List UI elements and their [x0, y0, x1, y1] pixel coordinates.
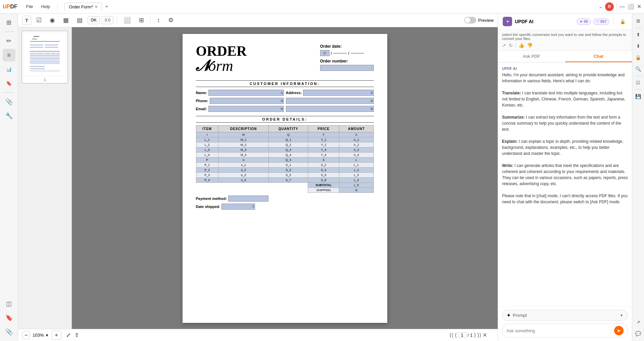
name-input[interactable]: :1 [208, 90, 284, 96]
address2-input[interactable]: :4 [286, 98, 374, 104]
sidebar-btn-bookmarks2[interactable]: 🔖 [3, 77, 15, 90]
cell-qty-1[interactable]: Q_1 [269, 137, 308, 142]
cell-item-5[interactable]: P [196, 158, 218, 163]
ai-thumbdown-btn[interactable]: 👎 [527, 43, 533, 48]
toolbar-align-btn[interactable]: ⬜ [120, 15, 134, 26]
sidebar-btn-spreadsheet[interactable]: 📊 [3, 63, 15, 76]
cell-desc-1[interactable]: M_1 [218, 137, 268, 142]
cell-item-9[interactable]: P_4 [196, 178, 218, 183]
sidebar-btn-edit[interactable]: ✏ [3, 35, 15, 47]
ai-lock-btn[interactable]: 🔒 [618, 17, 627, 26]
cell-item-3[interactable]: L_3 [196, 147, 218, 153]
cell-amount-2[interactable]: A_2 [339, 142, 374, 147]
toolbar-combo-btn[interactable]: ▦ [60, 15, 72, 26]
date-field-u[interactable]: U [320, 50, 330, 56]
ai-external-link-btn[interactable]: ↗ [502, 43, 506, 48]
cell-qty-8[interactable]: S_5 [269, 173, 308, 178]
toolbar-num-btn[interactable]: 0.0 [102, 16, 113, 24]
user-avatar[interactable]: R [605, 2, 614, 11]
email-input[interactable]: :5 [208, 106, 284, 112]
toolbar-radio-btn[interactable]: ◉ [47, 15, 58, 26]
cell-desc-6[interactable]: o_1 [218, 163, 268, 168]
cell-item-7[interactable]: P_2 [196, 168, 218, 173]
cell-desc-5[interactable]: o [218, 158, 268, 163]
close-btn[interactable]: ✕ [637, 3, 641, 10]
preview-toggle[interactable] [464, 17, 476, 24]
cell-desc-9[interactable]: o_4 [218, 178, 268, 183]
right-btn-download[interactable]: ⬇ [634, 41, 643, 51]
ai-chat[interactable]: UPDF AI Hello, I'm your document assista… [498, 62, 632, 306]
cell-desc-7[interactable]: o_2 [218, 168, 268, 173]
order-number-field[interactable]: : [320, 65, 374, 71]
cell-item-1[interactable]: L_1 [196, 137, 218, 142]
cell-desc-4[interactable]: M_4 [218, 153, 268, 158]
payment-input[interactable] [228, 196, 268, 202]
ai-send-btn[interactable]: ➤ [614, 326, 624, 335]
thumbnail-page-1[interactable]: ORDER Form [21, 31, 68, 84]
address-input[interactable]: :2 [303, 90, 374, 96]
cell-item-6[interactable]: P_1 [196, 163, 218, 168]
menu-file[interactable]: File [23, 3, 37, 10]
toolbar-text-btn[interactable]: T [22, 16, 31, 25]
toolbar-settings-btn[interactable]: ⚙ [165, 15, 177, 26]
right-btn-search[interactable]: 🔍 [634, 64, 643, 74]
tab-add-btn[interactable]: ＋ [102, 3, 111, 10]
date-shipped-input[interactable]: :7 [221, 204, 255, 210]
right-btn-export[interactable]: ⬆ [634, 30, 643, 39]
cell-price-9[interactable]: S_8 [308, 178, 339, 183]
toolbar-ok-btn[interactable]: OK [88, 16, 100, 24]
right-btn-lock[interactable]: 🔒 [634, 53, 643, 62]
cell-amount-3[interactable]: A_3 [339, 147, 374, 153]
toolbar-dist-btn[interactable]: ⊞ [136, 15, 147, 26]
cell-price-0[interactable]: Y [308, 132, 339, 137]
right-btn-grid[interactable]: ⊞ [634, 16, 643, 26]
prompt-selector[interactable]: ✦ Prompt ▼ [502, 310, 628, 321]
sidebar-btn-bookmark[interactable]: 🔖 [3, 311, 15, 324]
sidebar-btn-attach[interactable]: 📎 [3, 95, 15, 108]
tab-close-btn[interactable]: ✕ [95, 5, 98, 9]
credit-badge-2[interactable]: ♡ 997 [593, 18, 609, 25]
cell-price-7[interactable]: S_4 [308, 168, 339, 173]
cell-price-1[interactable]: Y_1 [308, 137, 339, 142]
credit-badge-1[interactable]: ✦ 99 [577, 18, 591, 25]
sidebar-btn-outline[interactable]: ≡ [3, 49, 15, 61]
cell-amount-5[interactable]: L [339, 158, 374, 163]
ai-refresh-btn[interactable]: ↻ [509, 43, 513, 48]
tab-ask-pdf[interactable]: Ask PDF [498, 51, 565, 62]
tab-chat[interactable]: Chat [565, 51, 632, 62]
cell-desc-2[interactable]: M_2 [218, 142, 268, 147]
cell-desc-3[interactable]: M_3 [218, 147, 268, 153]
page-number-input[interactable] [458, 332, 466, 338]
cell-price-2[interactable]: Y_2 [308, 142, 339, 147]
cell-item-2[interactable]: L_2 [196, 142, 218, 147]
subtotal-value[interactable]: L_5 [339, 183, 374, 188]
cell-price-3[interactable]: Y_3 [308, 147, 339, 153]
cell-desc-0[interactable]: M [218, 132, 268, 137]
cell-amount-7[interactable]: L_2 [339, 168, 374, 173]
date-field-year[interactable] [351, 53, 364, 53]
fit-width-btn[interactable]: ⇧ [75, 332, 79, 338]
zoom-out-btn[interactable]: − [22, 331, 30, 339]
cell-amount-0[interactable]: A [339, 132, 374, 137]
toolbar-checkbox-btn[interactable]: ☑ [33, 15, 45, 26]
ai-thumbup-btn[interactable]: 👍 [518, 43, 524, 48]
toolbar-order-btn[interactable]: ↕ [154, 15, 163, 26]
page-first-btn[interactable]: ⟨⟨ [449, 332, 453, 338]
right-btn-save[interactable]: 💾 [634, 92, 643, 101]
pdf-viewer[interactable]: ORDER 𝒩orm Order date: U / / [72, 27, 498, 329]
cell-qty-5[interactable]: Q_5 [269, 158, 308, 163]
cell-item-4[interactable]: L_4 [196, 153, 218, 158]
cell-qty-2[interactable]: Q_2 [269, 142, 308, 147]
cell-qty-6[interactable]: S_1 [269, 163, 308, 168]
sidebar-btn-layers[interactable]: ◫ [3, 297, 15, 310]
right-btn-comment[interactable]: 💬 [634, 329, 643, 338]
zoom-in-btn[interactable]: ＋ [51, 331, 61, 340]
page-next-btn[interactable]: ⟩ [474, 332, 476, 338]
maximize-btn[interactable]: ⬜ [628, 3, 634, 10]
cell-item-0[interactable]: I [196, 132, 218, 137]
cell-amount-8[interactable]: L_3 [339, 173, 374, 178]
address3-input[interactable]: :6 [286, 106, 374, 112]
sidebar-btn-paperclip[interactable]: 📎 [3, 326, 15, 338]
date-field-month[interactable] [333, 53, 347, 53]
minimize-btn[interactable]: — [620, 4, 625, 10]
